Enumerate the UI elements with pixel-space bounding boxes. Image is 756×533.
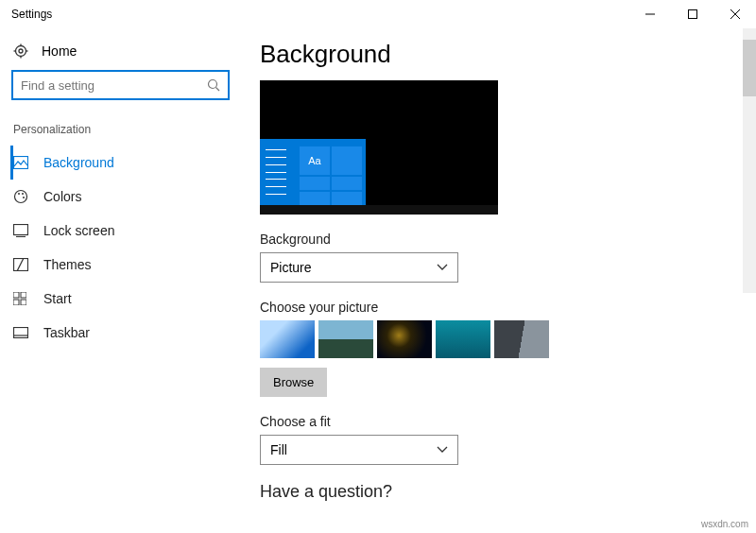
- preview-tile: [332, 146, 362, 175]
- home-label: Home: [42, 43, 77, 59]
- svg-point-16: [23, 197, 25, 198]
- preview-taskbar: [260, 205, 498, 215]
- nav-themes[interactable]: Themes: [11, 248, 230, 282]
- picture-thumbnails: [260, 320, 737, 358]
- background-type-label: Background: [260, 232, 737, 247]
- choose-picture-label: Choose your picture: [260, 300, 737, 315]
- preview-tile: [332, 177, 362, 190]
- window-title: Settings: [11, 8, 52, 21]
- svg-point-13: [15, 191, 27, 203]
- category-label: Personalization: [11, 119, 230, 146]
- svg-point-15: [22, 193, 24, 195]
- nav-taskbar[interactable]: Taskbar: [11, 316, 230, 350]
- preview-app-list: [260, 139, 298, 205]
- nav-lockscreen[interactable]: Lock screen: [11, 214, 230, 248]
- search-field[interactable]: [21, 78, 207, 93]
- background-type-select[interactable]: Picture: [260, 252, 458, 283]
- home-link[interactable]: Home: [11, 38, 230, 70]
- nav-start[interactable]: Start: [11, 282, 230, 316]
- picture-thumb[interactable]: [436, 320, 490, 358]
- nav-background[interactable]: Background: [10, 146, 230, 180]
- search-input[interactable]: [11, 70, 230, 100]
- svg-rect-24: [21, 300, 26, 305]
- nav-label: Taskbar: [43, 325, 90, 340]
- preview-tile: [300, 177, 330, 190]
- nav-label: Lock screen: [43, 223, 114, 238]
- svg-rect-21: [13, 292, 19, 298]
- svg-rect-1: [688, 10, 696, 19]
- maximize-button[interactable]: [671, 0, 713, 28]
- browse-button[interactable]: Browse: [260, 368, 327, 397]
- scrollbar-thumb[interactable]: [743, 40, 756, 96]
- start-icon: [13, 292, 30, 305]
- select-value: Fill: [270, 442, 287, 457]
- preview-tile: [300, 192, 330, 205]
- svg-point-4: [16, 46, 26, 57]
- fit-label: Choose a fit: [260, 414, 737, 429]
- picture-icon: [13, 156, 30, 169]
- svg-point-5: [19, 49, 23, 53]
- main-panel: Background Aa Background Picture Choose …: [241, 28, 756, 533]
- window-controls: [628, 0, 756, 28]
- chevron-down-icon: [437, 446, 448, 454]
- gear-icon: [13, 43, 30, 59]
- svg-rect-22: [21, 292, 26, 298]
- svg-rect-23: [13, 300, 19, 305]
- nav-label: Colors: [43, 189, 81, 204]
- close-button[interactable]: [713, 0, 756, 28]
- nav-label: Background: [43, 155, 114, 170]
- watermark: wsxdn.com: [701, 519, 748, 529]
- svg-point-10: [209, 80, 217, 89]
- svg-line-20: [17, 258, 24, 271]
- nav-colors[interactable]: Colors: [11, 180, 230, 214]
- preview-tile-aa: Aa: [300, 146, 330, 175]
- svg-rect-25: [14, 328, 28, 338]
- minimize-button[interactable]: [628, 0, 671, 28]
- picture-thumb[interactable]: [377, 320, 432, 358]
- taskbar-icon: [13, 327, 30, 338]
- fit-select[interactable]: Fill: [260, 435, 458, 465]
- svg-rect-17: [14, 225, 28, 235]
- themes-icon: [13, 258, 30, 271]
- question-heading: Have a question?: [260, 482, 737, 502]
- svg-line-11: [216, 88, 220, 92]
- sidebar: Home Personalization Background Colors L…: [0, 28, 241, 533]
- preview-tiles: Aa: [300, 146, 366, 205]
- picture-thumb[interactable]: [260, 320, 315, 358]
- chevron-down-icon: [437, 264, 448, 271]
- nav-label: Start: [43, 291, 72, 306]
- select-value: Picture: [270, 260, 312, 275]
- preview-tile: [332, 192, 362, 205]
- lockscreen-icon: [13, 224, 30, 237]
- page-title: Background: [260, 40, 737, 69]
- desktop-preview: Aa: [260, 80, 498, 215]
- search-icon: [207, 78, 220, 92]
- picture-thumb[interactable]: [494, 320, 549, 358]
- svg-point-14: [18, 193, 20, 195]
- nav-label: Themes: [43, 257, 92, 272]
- picture-thumb[interactable]: [318, 320, 373, 358]
- palette-icon: [13, 189, 30, 204]
